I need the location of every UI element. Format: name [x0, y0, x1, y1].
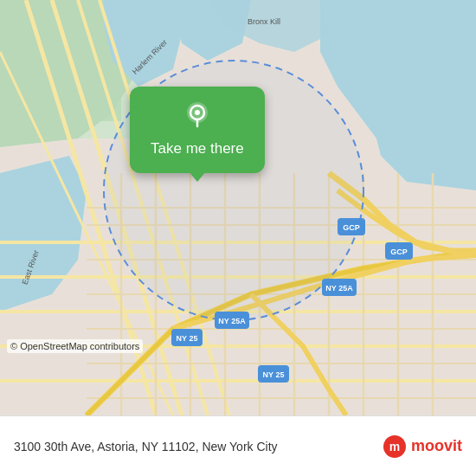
svg-text:NY 25: NY 25 [263, 370, 285, 379]
osm-credit: © OpenStreetMap contributors [7, 339, 143, 353]
popup-bubble: Take me there [130, 87, 265, 173]
map-popup: Take me there [130, 87, 265, 173]
location-pin-icon [182, 100, 213, 132]
svg-text:NY 25: NY 25 [177, 334, 198, 343]
svg-text:NY 25A: NY 25A [325, 284, 353, 293]
svg-text:GCP: GCP [390, 248, 408, 256]
take-me-there-button[interactable]: Take me there [147, 138, 248, 159]
svg-text:m: m [389, 440, 400, 453]
moovit-icon: m [383, 434, 407, 459]
map-container: NY 25 NY 25 NY 25A NY 25A GCP GCP Harlem… [0, 0, 476, 415]
svg-text:GCP: GCP [343, 223, 360, 232]
moovit-logo: m moovit [383, 434, 462, 459]
app: NY 25 NY 25 NY 25A NY 25A GCP GCP Harlem… [0, 0, 476, 476]
address-text: 3100 30th Ave, Astoria, NY 11102, New Yo… [14, 440, 383, 453]
svg-point-48 [195, 110, 200, 115]
bottom-bar: 3100 30th Ave, Astoria, NY 11102, New Yo… [0, 415, 476, 476]
svg-text:Bronx Kill: Bronx Kill [248, 17, 280, 26]
svg-text:NY 25A: NY 25A [218, 317, 246, 325]
moovit-brand-text: moovit [411, 437, 462, 455]
